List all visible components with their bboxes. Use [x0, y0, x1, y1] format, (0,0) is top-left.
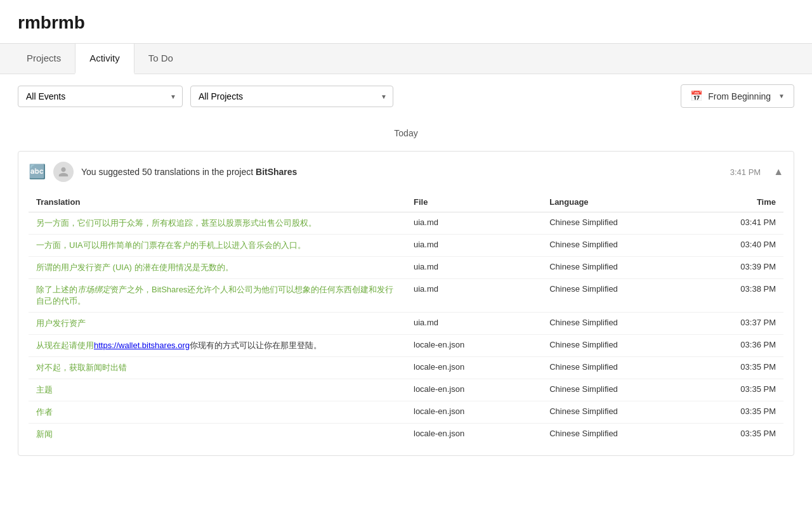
translation-link[interactable]: 对不起，获取新闻时出错 — [36, 363, 127, 372]
filters-row: All Events All Projects 📅 From Beginning… — [0, 74, 812, 118]
translation-cell: 用户发行资产 — [29, 313, 406, 335]
time-cell: 03:41 PM — [693, 212, 783, 235]
time-cell: 03:35 PM — [693, 357, 783, 379]
avatar — [53, 162, 74, 182]
date-filter[interactable]: 📅 From Beginning ▼ — [681, 84, 794, 108]
language-cell: Chinese Simplified — [542, 379, 693, 401]
translation-link[interactable]: 从现在起请使用 — [36, 341, 94, 350]
date-filter-label: From Beginning — [708, 91, 771, 101]
language-cell: Chinese Simplified — [542, 279, 693, 313]
time-cell: 03:37 PM — [693, 313, 783, 335]
translation-cell: 一方面，UIA可以用作简单的门票存在客户的手机上以进入音乐会的入口。 — [29, 235, 406, 257]
table-row: 新闻 locale-en.json Chinese Simplified 03:… — [29, 424, 783, 446]
language-cell: Chinese Simplified — [542, 357, 693, 379]
tabs-bar: Projects Activity To Do — [0, 43, 812, 74]
file-cell: uia.md — [406, 257, 542, 279]
time-cell: 03:35 PM — [693, 379, 783, 401]
table-row: 对不起，获取新闻时出错 locale-en.json Chinese Simpl… — [29, 357, 783, 379]
card-header: 🔤 You suggested 50 translations in the p… — [29, 162, 783, 182]
file-cell: locale-en.json — [406, 357, 542, 379]
col-header-time: Time — [693, 192, 783, 212]
translation-icon: 🔤 — [29, 164, 46, 180]
table-row: 主题 locale-en.json Chinese Simplified 03:… — [29, 379, 783, 401]
translation-link[interactable]: 作者 — [36, 407, 53, 417]
time-cell: 03:35 PM — [693, 424, 783, 446]
table-row: 除了上述的市场绑定资产之外，BitShares还允许个人和公司为他们可以想象的任… — [29, 279, 783, 313]
translation-cell: 主题 — [29, 379, 406, 401]
file-cell: uia.md — [406, 279, 542, 313]
translation-link[interactable]: 新闻 — [36, 429, 53, 439]
project-name: BitShares — [256, 167, 297, 177]
language-cell: Chinese Simplified — [542, 401, 693, 424]
projects-filter-wrapper: All Projects — [190, 86, 393, 107]
calendar-icon: 📅 — [690, 90, 703, 102]
summary-prefix: You suggested 50 translations in the pro… — [81, 167, 256, 177]
file-cell: locale-en.json — [406, 379, 542, 401]
table-row: 用户发行资产 uia.md Chinese Simplified 03:37 P… — [29, 313, 783, 335]
translation-cell: 另一方面，它们可以用于众筹，所有权追踪，甚至以股票形式出售公司股权。 — [29, 212, 406, 235]
events-filter-wrapper: All Events — [18, 86, 183, 107]
translation-cell: 除了上述的市场绑定资产之外，BitShares还允许个人和公司为他们可以想象的任… — [29, 279, 406, 313]
language-cell: Chinese Simplified — [542, 212, 693, 235]
time-cell: 03:40 PM — [693, 235, 783, 257]
col-header-language: Language — [542, 192, 693, 212]
language-cell: Chinese Simplified — [542, 335, 693, 357]
chevron-down-icon: ▼ — [778, 93, 785, 100]
translation-cell: 所谓的用户发行资产 (UIA) 的潜在使用情况是无数的。 — [29, 257, 406, 279]
translation-cell: 从现在起请使用https://wallet.bitshares.org你现有的方… — [29, 335, 406, 357]
language-cell: Chinese Simplified — [542, 313, 693, 335]
translation-link[interactable]: 除了上述的市场绑定资产之外，BitShares还允许个人和公司为他们可以想象的任… — [36, 285, 393, 306]
app-title: rmbrmb — [0, 0, 812, 43]
translation-link[interactable]: 一方面，UIA可以用作简单的门票存在客户的手机上以进入音乐会的入口。 — [36, 240, 306, 250]
tab-todo[interactable]: To Do — [134, 44, 187, 74]
table-row: 从现在起请使用https://wallet.bitshares.org你现有的方… — [29, 335, 783, 357]
collapse-button[interactable]: ▲ — [773, 166, 783, 178]
tab-projects[interactable]: Projects — [13, 44, 75, 74]
translation-cell: 作者 — [29, 401, 406, 424]
card-summary: You suggested 50 translations in the pro… — [81, 167, 723, 177]
file-cell: uia.md — [406, 313, 542, 335]
table-row: 一方面，UIA可以用作简单的门票存在客户的手机上以进入音乐会的入口。 uia.m… — [29, 235, 783, 257]
events-filter[interactable]: All Events — [18, 86, 183, 107]
activity-card: 🔤 You suggested 50 translations in the p… — [18, 151, 794, 456]
time-cell: 03:39 PM — [693, 257, 783, 279]
file-cell: uia.md — [406, 212, 542, 235]
translation-link[interactable]: 用户发行资产 — [36, 318, 86, 328]
today-label: Today — [0, 118, 812, 146]
translations-table: Translation File Language Time 另一方面，它们可以… — [29, 192, 783, 445]
col-header-file: File — [406, 192, 542, 212]
file-cell: locale-en.json — [406, 335, 542, 357]
tab-activity[interactable]: Activity — [75, 43, 134, 74]
translation-link[interactable]: 另一方面，它们可以用于众筹，所有权追踪，甚至以股票形式出售公司股权。 — [36, 218, 317, 228]
translation-link[interactable]: 主题 — [36, 385, 53, 394]
file-cell: uia.md — [406, 235, 542, 257]
time-cell: 03:38 PM — [693, 279, 783, 313]
language-cell: Chinese Simplified — [542, 235, 693, 257]
file-cell: locale-en.json — [406, 401, 542, 424]
projects-filter[interactable]: All Projects — [190, 86, 393, 107]
table-row: 所谓的用户发行资产 (UIA) 的潜在使用情况是无数的。 uia.md Chin… — [29, 257, 783, 279]
language-cell: Chinese Simplified — [542, 424, 693, 446]
time-cell: 03:36 PM — [693, 335, 783, 357]
col-header-translation: Translation — [29, 192, 406, 212]
time-cell: 03:35 PM — [693, 401, 783, 424]
card-time: 3:41 PM — [730, 167, 761, 177]
translation-link[interactable]: 所谓的用户发行资产 (UIA) 的潜在使用情况是无数的。 — [36, 263, 233, 272]
translation-cell: 新闻 — [29, 424, 406, 446]
language-cell: Chinese Simplified — [542, 257, 693, 279]
table-row: 另一方面，它们可以用于众筹，所有权追踪，甚至以股票形式出售公司股权。 uia.m… — [29, 212, 783, 235]
table-row: 作者 locale-en.json Chinese Simplified 03:… — [29, 401, 783, 424]
translation-cell: 对不起，获取新闻时出错 — [29, 357, 406, 379]
file-cell: locale-en.json — [406, 424, 542, 446]
